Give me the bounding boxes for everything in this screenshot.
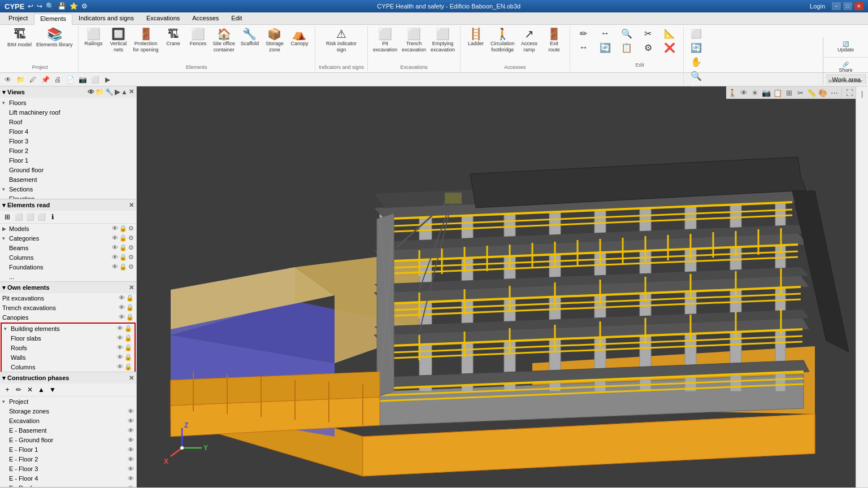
excavation-eye[interactable]: 👁: [128, 417, 134, 424]
risk-indicator-button[interactable]: ⚠ Risk indicatorsign: [324, 27, 358, 54]
beams-settings-icon[interactable]: ⚙: [128, 244, 134, 251]
canopies-lock-icon[interactable]: 🔒: [126, 313, 134, 321]
roofs-lock-icon[interactable]: 🔒: [124, 344, 132, 351]
canopies-eye-icon[interactable]: 👁: [119, 313, 125, 321]
edit-move-button[interactable]: ↔: [595, 27, 615, 40]
storage-zones-phase[interactable]: Storage zones 👁: [0, 406, 136, 416]
edit-zoom-button[interactable]: 🔍: [617, 27, 637, 40]
vertical-nets-button[interactable]: 🔲 Verticalnets: [107, 27, 131, 54]
e-ground-floor-phase[interactable]: E - Ground floor 👁: [0, 435, 136, 445]
own-elements-close-button[interactable]: ✕: [129, 284, 134, 291]
tab-elements[interactable]: Elements: [34, 14, 72, 25]
vtt-render-icon[interactable]: 🎨: [818, 88, 828, 98]
emptying-excavation-button[interactable]: ⬜ Emptyingexcavation: [429, 27, 457, 54]
columns-settings-icon[interactable]: ⚙: [128, 254, 134, 261]
vtt-layers-icon[interactable]: 📋: [772, 88, 783, 98]
basement[interactable]: Basement: [0, 175, 136, 184]
er-icon-4[interactable]: ⬜: [36, 212, 46, 222]
models-item[interactable]: ▶ Models 👁 🔒 ⚙: [0, 224, 136, 233]
storage-zones-eye[interactable]: 👁: [128, 408, 134, 415]
categories-settings-icon[interactable]: ⚙: [128, 234, 134, 242]
building-el-lock-icon[interactable]: 🔒: [124, 325, 132, 332]
elevation-item[interactable]: Elevation: [0, 194, 136, 199]
cp-add-button[interactable]: +: [2, 385, 12, 395]
views-icon-5[interactable]: ▲: [121, 88, 128, 96]
vtt-camera-icon[interactable]: 📷: [761, 88, 771, 98]
e-floor1-eye[interactable]: 👁: [128, 446, 134, 453]
views-collapse-icon[interactable]: ▾: [2, 89, 6, 96]
edit-align-button[interactable]: ↔: [574, 41, 594, 54]
view-icon-9[interactable]: ▶: [102, 74, 113, 85]
vtt-section-icon[interactable]: ✂: [795, 88, 805, 98]
protection-opening-button[interactable]: 🚪 Protectionfor opening: [132, 27, 160, 54]
own-elements-collapse-icon[interactable]: ▾: [2, 284, 6, 291]
views-icon-4[interactable]: ▶: [115, 88, 120, 96]
storage-zone-button[interactable]: 📦 Storagezone: [263, 27, 287, 54]
vtt-sun-icon[interactable]: ☀: [750, 88, 760, 98]
pit-excavation-button[interactable]: ⬜ Pitexcavation: [371, 27, 399, 54]
view-icon-3[interactable]: 🖊: [27, 74, 38, 85]
exit-route-button[interactable]: 🚪 Exitroute: [542, 27, 566, 54]
minimize-button[interactable]: −: [832, 2, 841, 10]
columns-er-item[interactable]: Columns 👁 🔒 ⚙: [0, 252, 136, 262]
view-zoom2-button[interactable]: 🔍: [686, 69, 706, 82]
sections-section[interactable]: ▾ Sections: [0, 184, 136, 194]
edit-copy-button[interactable]: 📋: [617, 41, 637, 54]
tab-accesses[interactable]: Accesses: [186, 13, 225, 24]
categories-eye-icon[interactable]: 👁: [112, 234, 118, 242]
elements-read-collapse-icon[interactable]: ▾: [2, 202, 6, 209]
cp-up-button[interactable]: ▲: [36, 385, 46, 395]
er-icon-2[interactable]: ⬜: [14, 212, 24, 222]
foundations-settings-icon[interactable]: ⚙: [128, 263, 134, 271]
edit-pencil-button[interactable]: ✏: [574, 27, 594, 40]
floor-slabs-lock-icon[interactable]: 🔒: [124, 334, 132, 342]
view-icon-7[interactable]: 📷: [77, 74, 88, 85]
floor-3[interactable]: Floor 3: [0, 136, 136, 146]
foundations-er-item[interactable]: Foundations 👁 🔒 ⚙: [0, 262, 136, 272]
e-floor3-phase[interactable]: E - Floor 3 👁: [0, 464, 136, 473]
restore-button[interactable]: □: [843, 2, 852, 10]
tab-project[interactable]: Project: [2, 13, 34, 24]
quick-access-settings[interactable]: ⚙: [81, 2, 88, 10]
login-label[interactable]: Login: [810, 3, 825, 10]
e-floor4-phase[interactable]: E - Floor 4 👁: [0, 473, 136, 483]
edit-cut-button[interactable]: ✂: [638, 27, 658, 40]
e-floor3-eye[interactable]: 👁: [128, 465, 134, 472]
pit-ex-lock-icon[interactable]: 🔒: [126, 294, 134, 302]
view-icon-1[interactable]: 👁: [2, 74, 14, 85]
columns-oe-lock-icon[interactable]: 🔒: [124, 363, 132, 371]
floor-4[interactable]: Floor 4: [0, 127, 136, 136]
update-button[interactable]: 🔄 Update: [823, 37, 868, 58]
trench-ex-lock-icon[interactable]: 🔒: [126, 304, 134, 311]
tab-edit[interactable]: Edit: [225, 13, 248, 24]
view-icon-5[interactable]: 🖨: [52, 74, 63, 85]
e-floor1-phase[interactable]: E - Floor 1 👁: [0, 445, 136, 454]
floors-section[interactable]: ▾ Floors: [0, 98, 136, 107]
columns-oe-item[interactable]: Columns 👁 🔒: [2, 362, 134, 372]
er-icon-1[interactable]: ⊞: [2, 212, 12, 222]
construction-phases-close-button[interactable]: ✕: [129, 374, 134, 382]
er-icon-5[interactable]: ℹ: [47, 212, 58, 222]
columns-lock-icon[interactable]: 🔒: [119, 254, 127, 261]
bimserver-link[interactable]: BIMserver.center: [823, 77, 868, 85]
edit-delete-button[interactable]: ❌: [659, 41, 680, 54]
trench-ex-eye-icon[interactable]: 👁: [119, 304, 125, 311]
walls-lock-icon[interactable]: 🔒: [124, 354, 132, 361]
floor-slabs-item[interactable]: Floor slabs 👁 🔒: [2, 333, 134, 343]
circulation-footbridge-button[interactable]: 🚶 Circulationfootbridge: [489, 27, 517, 54]
view-icon-6[interactable]: 📄: [64, 74, 76, 85]
foundations-eye-icon[interactable]: 👁: [112, 263, 118, 271]
edit-rotate-button[interactable]: 🔄: [595, 41, 615, 54]
floor-1[interactable]: Floor 1: [0, 155, 136, 165]
building-el-eye-icon[interactable]: 👁: [117, 325, 123, 332]
ladder-button[interactable]: 🪜 Ladder: [464, 27, 488, 48]
beams-eye-icon[interactable]: 👁: [112, 244, 118, 251]
view-icon-2[interactable]: 📁: [15, 74, 26, 85]
tab-indicators[interactable]: Indicators and signs: [72, 13, 140, 24]
er-more-item[interactable]: ...: [0, 272, 136, 281]
share-button[interactable]: 🔗 Share: [823, 58, 868, 78]
building-elements-item[interactable]: ▾ Building elements 👁 🔒: [2, 324, 134, 333]
quick-access-save[interactable]: 💾: [58, 2, 66, 10]
walls-eye-icon[interactable]: 👁: [117, 354, 123, 361]
vtt-measure-icon[interactable]: 📏: [806, 88, 817, 98]
